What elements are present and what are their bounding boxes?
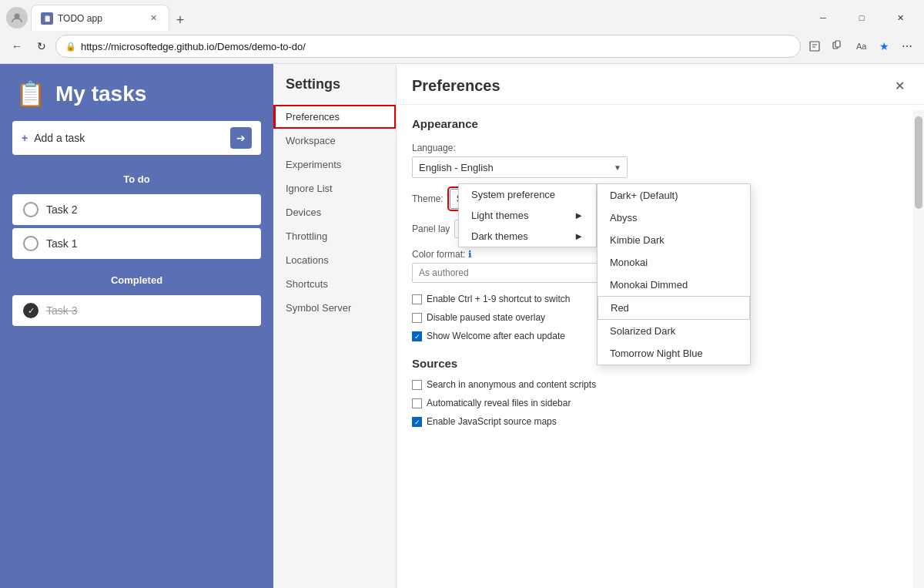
settings-title: Settings: [273, 76, 396, 105]
sub-dropdown-item-solarized-dark[interactable]: Solarized Dark: [598, 320, 750, 342]
todo-icon: 📋: [15, 79, 46, 109]
sidebar-item-throttling[interactable]: Throttling: [273, 224, 396, 248]
url-text: https://microsoftedge.github.io/Demos/de…: [81, 41, 791, 52]
theme-dropdown-menu: System preference Light themes ► Dark th…: [458, 183, 597, 247]
color-format-input[interactable]: [412, 263, 628, 283]
dropdown-item-dark-themes[interactable]: Dark themes ►: [459, 226, 596, 247]
sidebar-item-ignore-list[interactable]: Ignore List: [273, 176, 396, 200]
app-content: 📋 My tasks + Add a task ➔ To do Task 2 T…: [0, 64, 924, 588]
browser-actions: Aa ★ ⋯: [804, 35, 918, 57]
sidebar-item-workspace[interactable]: Workspace: [273, 129, 396, 153]
tab-strip: 📋 TODO app ✕ +: [31, 5, 191, 31]
sub-dropdown-item-label: Tomorrow Night Blue: [610, 348, 703, 359]
add-task-label: Add a task: [34, 132, 224, 144]
restore-button[interactable]: □: [844, 7, 879, 29]
dropdown-item-label: Dark themes: [471, 230, 528, 242]
todo-section-label: To do: [0, 167, 273, 191]
completed-section: Completed ✓ Task 3: [0, 268, 273, 326]
todo-header: 📋 My tasks: [0, 64, 273, 121]
show-welcome-checkbox[interactable]: ✓: [412, 331, 422, 341]
scrollbar-thumb[interactable]: [915, 116, 922, 209]
sub-dropdown-item-monokai-dimmed[interactable]: Monokai Dimmed: [598, 274, 750, 296]
task-text: Task 2: [46, 203, 77, 216]
settings-nav: Settings Preferences Workspace Experimen…: [273, 64, 397, 588]
more-button[interactable]: ⋯: [896, 35, 918, 57]
sub-dropdown-item-kimbie-dark[interactable]: Kimbie Dark: [598, 229, 750, 251]
close-button[interactable]: ✕: [882, 7, 918, 29]
dropdown-item-system-preference[interactable]: System preference: [459, 184, 596, 205]
new-tab-button[interactable]: +: [169, 9, 191, 31]
reveal-sidebar-checkbox[interactable]: [412, 398, 422, 408]
preferences-close-button[interactable]: ✕: [890, 76, 909, 95]
sub-dropdown-item-monokai[interactable]: Monokai: [598, 251, 750, 274]
checkbox-anonymous-row: Search in anonymous and content scripts: [412, 379, 909, 390]
dropdown-item-label: System preference: [471, 189, 555, 200]
read-aloud-button[interactable]: Aa: [850, 35, 872, 57]
url-bar[interactable]: 🔒 https://microsoftedge.github.io/Demos/…: [55, 35, 801, 58]
tab-close-button[interactable]: ✕: [147, 12, 159, 25]
minimize-button[interactable]: ─: [805, 7, 841, 29]
task-text: Task 1: [46, 237, 77, 250]
completed-section-label: Completed: [0, 268, 273, 292]
paused-overlay-label: Disable paused state overlay: [427, 312, 545, 323]
refresh-button[interactable]: ↻: [31, 35, 52, 57]
sub-dropdown-item-label: Kimbie Dark: [610, 234, 665, 246]
sub-dropdown-item-label: Solarized Dark: [610, 325, 675, 337]
svg-rect-3: [835, 41, 840, 47]
active-tab[interactable]: 📋 TODO app ✕: [31, 5, 169, 31]
list-item[interactable]: ✓ Task 3: [12, 295, 261, 326]
address-bar: ← ↻ 🔒 https://microsoftedge.github.io/De…: [0, 31, 924, 63]
anonymous-scripts-checkbox[interactable]: [412, 380, 422, 390]
sidebar-item-devices[interactable]: Devices: [273, 200, 396, 224]
checkbox-sourcemaps-row: ✓ Enable JavaScript source maps: [412, 416, 909, 427]
arrow-right-icon: ►: [574, 210, 584, 221]
todo-sidebar: 📋 My tasks + Add a task ➔ To do Task 2 T…: [0, 64, 273, 588]
sidebar-item-preferences[interactable]: Preferences: [273, 105, 396, 129]
sub-dropdown-item-label: Red: [611, 302, 629, 314]
list-item[interactable]: Task 1: [12, 228, 261, 259]
profile-button[interactable]: [6, 7, 28, 29]
favorites-button[interactable]: ★: [873, 35, 895, 57]
sub-dropdown-item-red[interactable]: Red: [598, 296, 750, 320]
svg-text:Aa: Aa: [856, 42, 867, 51]
language-select[interactable]: English - English: [412, 156, 628, 178]
task-done-icon: ✓: [23, 303, 38, 318]
dropdown-item-light-themes[interactable]: Light themes ►: [459, 205, 596, 226]
sourcemaps-checkbox[interactable]: ✓: [412, 417, 422, 427]
web-capture-button[interactable]: [804, 35, 825, 57]
sourcemaps-label: Enable JavaScript source maps: [427, 416, 557, 427]
language-select-wrapper: English - English: [412, 156, 628, 178]
task-checkbox[interactable]: [23, 236, 38, 251]
reveal-sidebar-label: Automatically reveal files in sidebar: [427, 398, 571, 408]
title-bar: 📋 TODO app ✕ + ─ □ ✕: [0, 0, 924, 31]
back-button[interactable]: ←: [6, 35, 28, 57]
ctrl-shortcut-checkbox[interactable]: [412, 294, 422, 304]
add-task-bar[interactable]: + Add a task ➔: [12, 121, 261, 155]
task-text: Task 3: [46, 304, 77, 317]
sub-dropdown-item-abyss[interactable]: Abyss: [598, 207, 750, 229]
task-checkbox[interactable]: [23, 202, 38, 217]
sub-dropdown-item-tomorrow-night-blue[interactable]: Tomorrow Night Blue: [598, 342, 750, 365]
sidebar-item-symbol-server[interactable]: Symbol Server: [273, 296, 396, 320]
add-task-arrow-icon: ➔: [230, 127, 252, 149]
collections-button[interactable]: [827, 35, 849, 57]
ctrl-shortcut-label: Enable Ctrl + 1-9 shortcut to switch: [427, 294, 570, 304]
preferences-header: Preferences ✕: [397, 64, 924, 105]
sidebar-item-locations[interactable]: Locations: [273, 248, 396, 272]
paused-overlay-checkbox[interactable]: [412, 313, 422, 323]
sidebar-item-shortcuts[interactable]: Shortcuts: [273, 272, 396, 296]
sidebar-item-experiments[interactable]: Experiments: [273, 153, 396, 176]
sub-dropdown-item-dark-plus[interactable]: Dark+ (Default): [598, 184, 750, 207]
anonymous-scripts-label: Search in anonymous and content scripts: [427, 379, 596, 390]
dropdown-item-label: Light themes: [471, 210, 528, 221]
settings-panel: Settings Preferences Workspace Experimen…: [273, 64, 924, 588]
show-welcome-label: Show Welcome after each update: [427, 331, 565, 341]
browser-chrome: 📋 TODO app ✕ + ─ □ ✕ ← ↻ 🔒 https://micro…: [0, 0, 924, 64]
tab-title: TODO app: [58, 13, 142, 24]
window-controls: ─ □ ✕: [805, 7, 918, 29]
lock-icon: 🔒: [65, 42, 76, 52]
add-task-plus-icon: +: [22, 132, 28, 144]
list-item[interactable]: Task 2: [12, 194, 261, 225]
preferences-main: Preferences ✕ Appearance Language: Engli…: [397, 64, 924, 588]
scrollbar[interactable]: [913, 110, 924, 588]
